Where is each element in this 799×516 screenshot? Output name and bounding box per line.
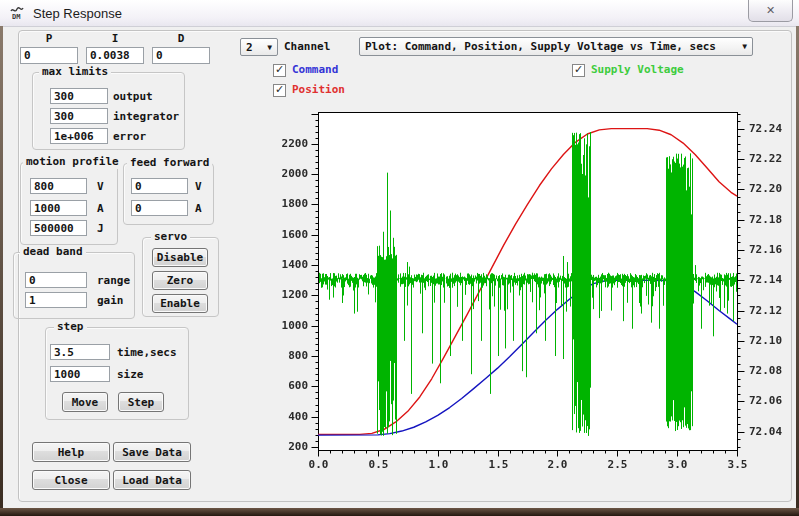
i-label: I — [86, 32, 144, 46]
chevron-down-icon: ▼ — [738, 42, 747, 51]
feed-forward-title: feed forward — [127, 156, 212, 170]
dead-band-range-field[interactable] — [25, 272, 87, 288]
max-error-label: error — [113, 130, 146, 144]
d-field[interactable] — [152, 47, 210, 64]
ff-v-field[interactable] — [131, 178, 188, 194]
ff-v-label: V — [195, 180, 202, 194]
step-time-field[interactable] — [50, 344, 110, 360]
check-icon: ✓ — [574, 63, 583, 76]
step-size-field[interactable] — [50, 366, 110, 382]
dead-band-title: dead band — [20, 245, 86, 259]
motion-v-field[interactable] — [30, 178, 87, 194]
plot-select-value: Plot: Command, Position, Supply Voltage … — [365, 40, 716, 53]
check-icon: ✓ — [275, 63, 284, 76]
motion-j-field[interactable] — [30, 220, 87, 236]
position-checkbox[interactable]: ✓ — [273, 84, 286, 97]
app-icon: DM — [9, 5, 25, 21]
step-button[interactable]: Step — [118, 392, 164, 412]
supply-voltage-checkbox-label: Supply Voltage — [591, 63, 684, 77]
motion-v-label: V — [97, 180, 104, 194]
window-title: Step Response — [33, 6, 122, 21]
max-limits-title: max limits — [39, 65, 111, 79]
plot-select[interactable]: Plot: Command, Position, Supply Voltage … — [359, 37, 753, 56]
window-border-left — [0, 26, 3, 508]
servo-disable-button[interactable]: Disable — [152, 248, 208, 267]
save-data-button[interactable]: Save Data — [113, 442, 191, 462]
close-window-button[interactable]: ✕ — [748, 0, 793, 22]
supply-voltage-checkbox[interactable]: ✓ — [572, 64, 585, 77]
channel-value: 2 — [246, 41, 253, 54]
step-title: step — [54, 320, 87, 334]
max-output-field[interactable] — [50, 88, 108, 104]
step-size-label: size — [117, 368, 144, 382]
close-button[interactable]: Close — [32, 470, 110, 490]
move-button[interactable]: Move — [62, 392, 108, 412]
help-button[interactable]: Help — [32, 442, 110, 462]
dead-band-range-label: range — [97, 274, 130, 288]
command-checkbox-label: Command — [292, 63, 338, 77]
load-data-button[interactable]: Load Data — [113, 470, 191, 490]
command-checkbox[interactable]: ✓ — [273, 64, 286, 77]
max-integrator-field[interactable] — [50, 108, 108, 124]
max-integrator-label: integrator — [113, 110, 179, 124]
p-field[interactable] — [20, 47, 78, 64]
dead-band-gain-field[interactable] — [25, 292, 87, 308]
servo-title: servo — [151, 230, 190, 244]
motion-a-field[interactable] — [30, 200, 87, 216]
step-response-window: DM Step Response ✕ P I D 2 ▼ Channel Plo… — [0, 0, 799, 516]
svg-text:DM: DM — [12, 13, 20, 21]
chevron-down-icon: ▼ — [263, 43, 272, 52]
title-bar[interactable]: DM Step Response ✕ — [0, 0, 799, 27]
check-icon: ✓ — [275, 83, 284, 96]
dead-band-gain-label: gain — [97, 294, 124, 308]
channel-label: Channel — [284, 40, 330, 54]
motion-j-label: J — [97, 222, 104, 236]
position-checkbox-label: Position — [292, 83, 345, 97]
servo-zero-button[interactable]: Zero — [152, 271, 208, 290]
step-time-label: time,secs — [117, 346, 177, 360]
servo-enable-button[interactable]: Enable — [152, 294, 208, 313]
channel-select[interactable]: 2 ▼ — [240, 38, 278, 56]
motion-profile-title: motion profile — [23, 155, 122, 169]
ff-a-label: A — [195, 202, 202, 216]
close-icon: ✕ — [766, 4, 775, 17]
max-output-label: output — [113, 90, 153, 104]
d-label: D — [152, 32, 210, 46]
max-error-field[interactable] — [50, 128, 108, 144]
ff-a-field[interactable] — [131, 200, 188, 216]
i-field[interactable] — [86, 47, 144, 64]
window-border-bottom — [0, 508, 799, 516]
motion-a-label: A — [97, 202, 104, 216]
step-response-chart — [255, 100, 799, 480]
p-label: P — [20, 32, 78, 46]
